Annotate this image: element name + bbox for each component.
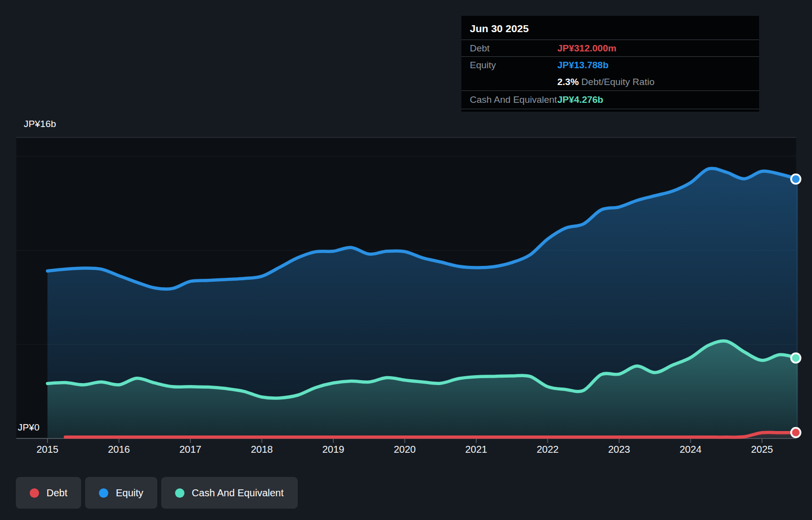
legend-debt-label: Debt	[46, 487, 67, 499]
x-axis-label: 2018	[251, 444, 273, 455]
cash-dot-icon	[175, 488, 184, 498]
x-axis-label: 2024	[679, 444, 702, 455]
tooltip-debt-row: Debt JP¥312.000m	[461, 40, 759, 57]
tooltip-cash-row: Cash And Equivalent JP¥4.276b	[461, 91, 759, 109]
tooltip-ratio-label: Debt/Equity Ratio	[582, 77, 655, 87]
tooltip-cash-label: Cash And Equivalent	[470, 94, 557, 105]
legend-cash-label: Cash And Equivalent	[192, 487, 284, 499]
x-axis-label: 2022	[537, 444, 559, 455]
legend-item-equity[interactable]: Equity	[85, 477, 157, 509]
x-axis-label: 2019	[322, 444, 345, 455]
x-axis-label: 2015	[37, 444, 59, 455]
x-axis-label: 2025	[751, 444, 773, 455]
legend-item-debt[interactable]: Debt	[16, 477, 81, 509]
tooltip-equity-label: Equity	[470, 60, 557, 71]
x-axis-label: 2023	[608, 444, 631, 455]
y-axis-max-label: JP¥16b	[24, 119, 56, 130]
hover-tooltip: Jun 30 2025 Debt JP¥312.000m Equity JP¥1…	[461, 16, 759, 112]
tooltip-equity-value: JP¥13.788b	[557, 60, 759, 71]
equity-dot-icon	[99, 488, 108, 498]
y-axis-zero-label: JP¥0	[18, 422, 40, 433]
tooltip-ratio: 2.3% Debt/Equity Ratio	[557, 77, 759, 87]
tooltip-ratio-value: 2.3%	[557, 77, 579, 87]
chart-legend: Debt Equity Cash And Equivalent	[16, 477, 298, 509]
x-axis-label: 2021	[465, 444, 488, 455]
balance-sheet-chart: JP¥16b JP¥0 2015201620172018201920202021…	[0, 0, 812, 520]
tooltip-debt-value: JP¥312.000m	[557, 43, 759, 54]
tooltip-debt-label: Debt	[470, 43, 557, 54]
tooltip-ratio-row: 2.3% Debt/Equity Ratio	[461, 74, 759, 91]
tooltip-equity-row: Equity JP¥13.788b	[461, 57, 759, 74]
x-axis-label: 2020	[394, 444, 416, 455]
legend-item-cash[interactable]: Cash And Equivalent	[161, 477, 298, 509]
tooltip-date: Jun 30 2025	[461, 16, 759, 40]
x-axis-label: 2017	[180, 444, 202, 455]
legend-equity-label: Equity	[116, 487, 143, 499]
tooltip-cash-value: JP¥4.276b	[557, 94, 759, 105]
x-axis-label: 2016	[108, 444, 130, 455]
debt-dot-icon	[30, 488, 39, 498]
